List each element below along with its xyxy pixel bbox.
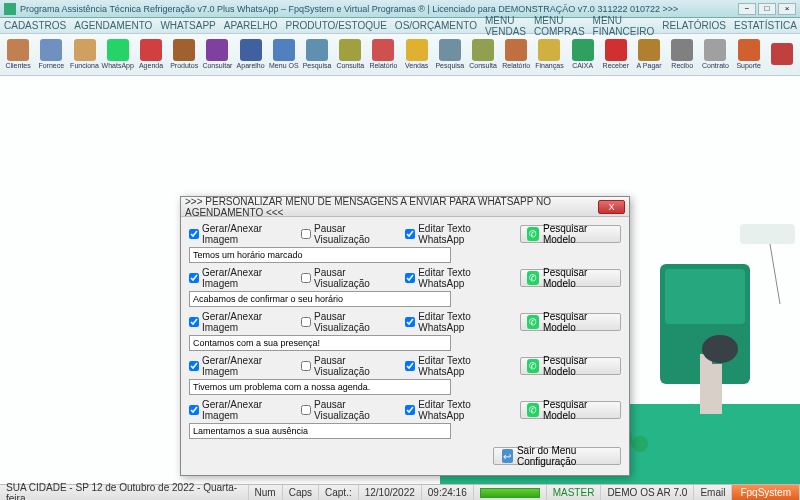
menu-estatstica[interactable]: ESTATÍSTICA	[734, 20, 797, 31]
cb-pausar-3[interactable]: Pausar Visualização	[301, 355, 395, 377]
cb-editar-input-4[interactable]	[405, 405, 415, 415]
toolbar-label: Pesquisa	[435, 62, 464, 70]
menu-aparelho[interactable]: APARELHO	[224, 20, 278, 31]
minimize-button[interactable]: −	[738, 3, 756, 15]
toolbar-icon	[605, 39, 627, 61]
cb-gerar-input-4[interactable]	[189, 405, 199, 415]
toolbar-icon	[671, 39, 693, 61]
toolbar-clientes[interactable]: Clientes	[2, 35, 34, 75]
cb-editar-input-2[interactable]	[405, 317, 415, 327]
cb-pausar-2[interactable]: Pausar Visualização	[301, 311, 395, 333]
toolbar-fornece[interactable]: Fornece	[35, 35, 67, 75]
toolbar-suporte[interactable]: Suporte	[733, 35, 765, 75]
message-input-3[interactable]	[189, 379, 451, 395]
cb-pausar-input-3[interactable]	[301, 361, 311, 371]
toolbar-vendas[interactable]: Vendas	[401, 35, 433, 75]
cb-gerar-input-0[interactable]	[189, 229, 199, 239]
cb-pausar-input-2[interactable]	[301, 317, 311, 327]
toolbar-icon	[107, 39, 129, 61]
menu-agendamento[interactable]: AGENDAMENTO	[74, 20, 152, 31]
cb-gerar-2[interactable]: Gerar/Anexar Imagem	[189, 311, 291, 333]
toolbar-label: Vendas	[405, 62, 428, 70]
window-titlebar: Programa Assistência Técnica Refrigeraçã…	[0, 0, 800, 18]
toolbar-consultar[interactable]: Consultar	[201, 35, 233, 75]
toolbar-whatsapp[interactable]: WhatsApp	[102, 35, 134, 75]
toolbar-label: Finanças	[535, 62, 563, 70]
toolbar-icon	[472, 39, 494, 61]
menu-osoramento[interactable]: OS/ORÇAMENTO	[395, 20, 477, 31]
cb-pausar-input-0[interactable]	[301, 229, 311, 239]
pesquisar-modelo-button-1[interactable]: ✆Pesquisar Modelo	[520, 269, 621, 287]
cb-pausar-0[interactable]: Pausar Visualização	[301, 223, 395, 245]
toolbar-consulta[interactable]: Consulta	[467, 35, 499, 75]
cb-editar-3[interactable]: Editar Texto WhatsApp	[405, 355, 509, 377]
toolbar-label: Produtos	[170, 62, 198, 70]
toolbar-recibo[interactable]: Recibo	[666, 35, 698, 75]
cb-editar-input-3[interactable]	[405, 361, 415, 371]
menu-menucompras[interactable]: MENU COMPRAS	[534, 15, 585, 37]
menu-menufinanceiro[interactable]: MENU FINANCEIRO	[593, 15, 655, 37]
menu-cadastros[interactable]: CADASTROS	[4, 20, 66, 31]
close-button[interactable]: ×	[778, 3, 796, 15]
cb-editar-0[interactable]: Editar Texto WhatsApp	[405, 223, 509, 245]
cb-gerar-input-3[interactable]	[189, 361, 199, 371]
status-num: Num	[249, 485, 283, 500]
menu-whatsapp[interactable]: WHATSAPP	[160, 20, 215, 31]
maximize-button[interactable]: □	[758, 3, 776, 15]
cb-editar-input-0[interactable]	[405, 229, 415, 239]
toolbar-funciona[interactable]: Funciona	[68, 35, 100, 75]
cb-pausar-input-1[interactable]	[301, 273, 311, 283]
message-input-4[interactable]	[189, 423, 451, 439]
whatsapp-icon: ✆	[527, 359, 539, 373]
message-input-2[interactable]	[189, 335, 451, 351]
toolbar-icon	[505, 39, 527, 61]
statusbar: SUA CIDADE - SP 12 de Outubro de 2022 - …	[0, 484, 800, 500]
toolbar-label: Pesquisa	[303, 62, 332, 70]
toolbar-label: Funciona	[70, 62, 99, 70]
toolbar-icon	[372, 39, 394, 61]
toolbar-finanas[interactable]: Finanças	[533, 35, 565, 75]
cb-editar-input-1[interactable]	[405, 273, 415, 283]
message-input-0[interactable]	[189, 247, 451, 263]
toolbar-contrato[interactable]: Contrato	[699, 35, 731, 75]
toolbar-relatrio[interactable]: Relatório	[500, 35, 532, 75]
toolbar-receber[interactable]: Receber	[600, 35, 632, 75]
dialog-close-button[interactable]: X	[598, 200, 625, 214]
pesquisar-modelo-button-0[interactable]: ✆Pesquisar Modelo	[520, 225, 621, 243]
toolbar-relatrio[interactable]: Relatório	[367, 35, 399, 75]
cb-editar-2[interactable]: Editar Texto WhatsApp	[405, 311, 509, 333]
cb-gerar-input-1[interactable]	[189, 273, 199, 283]
toolbar-icon	[240, 39, 262, 61]
cb-pausar-1[interactable]: Pausar Visualização	[301, 267, 395, 289]
toolbar-pesquisa[interactable]: Pesquisa	[301, 35, 333, 75]
cb-gerar-4[interactable]: Gerar/Anexar Imagem	[189, 399, 291, 421]
menu-menuvendas[interactable]: MENU VENDAS	[485, 15, 526, 37]
toolbar-consulta[interactable]: Consulta	[334, 35, 366, 75]
toolbar-pesquisa[interactable]: Pesquisa	[434, 35, 466, 75]
toolbar-menuos[interactable]: Menu OS	[268, 35, 300, 75]
svg-line-7	[770, 244, 780, 304]
pesquisar-modelo-button-2[interactable]: ✆Pesquisar Modelo	[520, 313, 621, 331]
cb-gerar-3[interactable]: Gerar/Anexar Imagem	[189, 355, 291, 377]
toolbar-btn[interactable]	[766, 35, 798, 75]
cb-gerar-input-2[interactable]	[189, 317, 199, 327]
cb-pausar-4[interactable]: Pausar Visualização	[301, 399, 395, 421]
menu-relatrios[interactable]: RELATÓRIOS	[662, 20, 726, 31]
toolbar-agenda[interactable]: Agenda	[135, 35, 167, 75]
cb-gerar-0[interactable]: Gerar/Anexar Imagem	[189, 223, 291, 245]
cb-gerar-1[interactable]: Gerar/Anexar Imagem	[189, 267, 291, 289]
toolbar-aparelho[interactable]: Aparelho	[235, 35, 267, 75]
status-time: 09:24:16	[422, 485, 474, 500]
pesquisar-modelo-button-4[interactable]: ✆Pesquisar Modelo	[520, 401, 621, 419]
menu-produtoestoque[interactable]: PRODUTO/ESTOQUE	[286, 20, 387, 31]
toolbar-produtos[interactable]: Produtos	[168, 35, 200, 75]
toolbar-caixa[interactable]: CAIXA	[567, 35, 599, 75]
sair-menu-button[interactable]: ↩Sair do Menu Configuração	[493, 447, 621, 465]
cb-editar-1[interactable]: Editar Texto WhatsApp	[405, 267, 509, 289]
toolbar-apagar[interactable]: A Pagar	[633, 35, 665, 75]
cb-editar-4[interactable]: Editar Texto WhatsApp	[405, 399, 509, 421]
pesquisar-modelo-button-3[interactable]: ✆Pesquisar Modelo	[520, 357, 621, 375]
toolbar-icon	[572, 39, 594, 61]
message-input-1[interactable]	[189, 291, 451, 307]
cb-pausar-input-4[interactable]	[301, 405, 311, 415]
